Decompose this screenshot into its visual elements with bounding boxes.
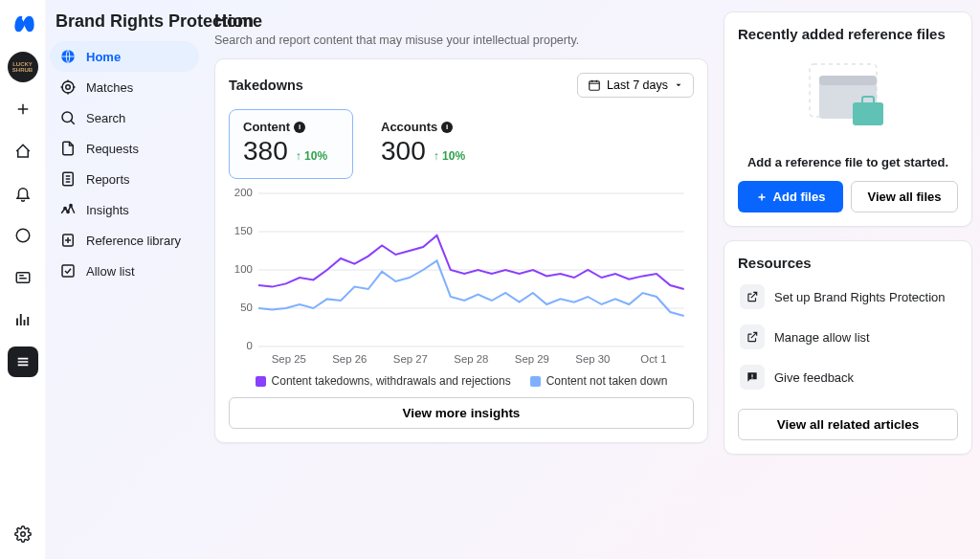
svg-point-6: [62, 112, 73, 123]
sidebar: Brand Rights Protection Home Matches Sea…: [46, 0, 207, 559]
takedowns-card: Takedowns Last 7 days Contenti 380 ↑ 10%…: [214, 58, 708, 443]
stat-content-label: Content: [243, 120, 290, 134]
stat-content-value: 380: [243, 136, 288, 167]
sidebar-item-label: Reference library: [86, 234, 181, 248]
stat-accounts[interactable]: Accountsi 300 ↑ 10%: [367, 109, 491, 179]
sidebar-item-search[interactable]: Search: [50, 102, 199, 133]
reference-empty-illustration: [738, 50, 958, 145]
svg-rect-37: [751, 378, 752, 379]
resources-card: Resources Set up Brand Rights Protection…: [724, 240, 972, 455]
svg-text:Oct 1: Oct 1: [640, 353, 666, 365]
add-files-label: Add files: [773, 190, 826, 204]
legend-label-a: Content takedowns, withdrawals and rejec…: [272, 374, 511, 388]
resource-item-allow-list[interactable]: Manage allow list: [738, 319, 958, 355]
view-all-articles-button[interactable]: View all related articles: [738, 409, 958, 440]
svg-text:Sep 30: Sep 30: [575, 353, 610, 365]
resource-label: Set up Brand Rights Protection: [774, 290, 946, 304]
takedowns-chart: 050100150200Sep 25Sep 26Sep 27Sep 28Sep …: [229, 189, 694, 370]
svg-text:200: 200: [234, 187, 253, 198]
svg-point-8: [64, 207, 66, 209]
svg-rect-33: [819, 76, 877, 85]
svg-point-9: [67, 211, 69, 212]
rail-analytics-icon[interactable]: [8, 304, 38, 335]
sidebar-item-reference-library[interactable]: Reference library: [50, 225, 199, 256]
sidebar-item-matches[interactable]: Matches: [50, 72, 199, 102]
sidebar-item-label: Requests: [86, 142, 139, 156]
sidebar-item-reports[interactable]: Reports: [50, 164, 199, 194]
resource-label: Give feedback: [774, 370, 854, 385]
sidebar-item-requests[interactable]: Requests: [50, 133, 199, 164]
svg-point-0: [16, 229, 30, 242]
resource-item-setup[interactable]: Set up Brand Rights Protection: [738, 279, 958, 315]
resource-item-feedback[interactable]: Give feedback: [738, 359, 958, 395]
resources-title: Resources: [738, 255, 958, 271]
svg-text:Sep 25: Sep 25: [272, 353, 306, 365]
svg-rect-13: [590, 81, 600, 90]
resource-label: Manage allow list: [774, 330, 870, 345]
file-icon: [59, 140, 77, 157]
stat-accounts-value: 300: [381, 136, 426, 167]
insights-icon: [59, 201, 77, 218]
svg-text:Sep 27: Sep 27: [393, 353, 428, 365]
view-more-insights-button[interactable]: View more insights: [229, 397, 694, 429]
calendar-icon: [588, 78, 601, 92]
legend-label-b: Content not taken down: [546, 374, 668, 388]
svg-point-4: [62, 81, 74, 93]
external-link-icon: [740, 324, 765, 349]
svg-text:100: 100: [234, 263, 253, 275]
svg-rect-12: [62, 265, 74, 277]
rail-chat-icon[interactable]: [8, 220, 38, 251]
stat-content[interactable]: Contenti 380 ↑ 10%: [229, 109, 353, 179]
rail-bell-icon[interactable]: [8, 178, 38, 209]
svg-rect-36: [751, 374, 752, 377]
svg-text:150: 150: [234, 225, 253, 236]
check-icon: [59, 262, 77, 280]
svg-text:50: 50: [240, 302, 253, 313]
svg-point-2: [20, 532, 25, 537]
reference-empty-text: Add a reference file to get started.: [738, 155, 958, 169]
legend-swatch-a: [256, 376, 266, 387]
rail-home-icon[interactable]: [8, 136, 38, 167]
svg-text:Sep 28: Sep 28: [454, 353, 488, 365]
takedowns-title: Takedowns: [229, 78, 303, 93]
page-title: Brand Rights Protection: [50, 11, 199, 41]
sidebar-item-label: Insights: [86, 203, 129, 217]
home-subtitle: Search and report content that may misus…: [214, 34, 708, 47]
meta-logo-icon[interactable]: [8, 10, 38, 40]
external-link-icon: [740, 284, 765, 309]
sidebar-item-allow-list[interactable]: Allow list: [50, 256, 199, 286]
svg-point-5: [66, 85, 71, 90]
info-icon[interactable]: i: [294, 122, 305, 133]
rail-news-icon[interactable]: [8, 262, 38, 293]
globe-icon: [59, 48, 77, 65]
chart-legend: Content takedowns, withdrawals and rejec…: [229, 374, 694, 388]
reference-title: Recently added reference files: [738, 26, 958, 42]
legend-swatch-b: [530, 376, 541, 387]
library-icon: [59, 232, 77, 249]
home-heading: Home: [214, 11, 708, 32]
add-files-button[interactable]: Add files: [738, 181, 843, 212]
view-all-files-button[interactable]: View all files: [851, 181, 958, 212]
svg-point-10: [70, 204, 72, 206]
list-icon: [59, 170, 77, 188]
sidebar-item-label: Matches: [86, 80, 133, 95]
sidebar-item-insights[interactable]: Insights: [50, 194, 199, 225]
main-content: Home Search and report content that may …: [207, 0, 980, 559]
date-range-button[interactable]: Last 7 days: [577, 73, 694, 98]
app-rail: LUCKYSHRUB: [0, 0, 46, 559]
svg-text:0: 0: [246, 340, 252, 351]
sidebar-item-label: Reports: [86, 172, 130, 187]
info-icon[interactable]: i: [441, 122, 453, 133]
brand-avatar[interactable]: LUCKYSHRUB: [8, 52, 38, 82]
rail-settings-icon[interactable]: [8, 519, 38, 549]
stat-accounts-delta: ↑ 10%: [434, 149, 465, 163]
reference-files-card: Recently added reference files Add a ref…: [724, 11, 972, 227]
rail-menu-icon[interactable]: [8, 347, 38, 377]
target-icon: [59, 78, 77, 96]
plus-icon: [756, 191, 768, 203]
rail-add-icon[interactable]: [8, 94, 38, 124]
svg-rect-34: [853, 102, 883, 125]
sidebar-item-label: Search: [86, 111, 125, 125]
stat-content-delta: ↑ 10%: [296, 149, 327, 163]
sidebar-item-home[interactable]: Home: [50, 41, 199, 72]
